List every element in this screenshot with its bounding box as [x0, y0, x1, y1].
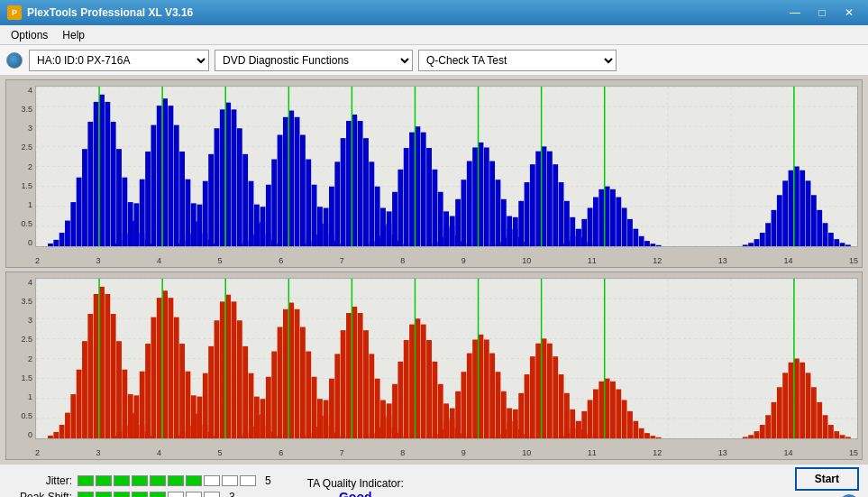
svg-rect-193 [610, 189, 616, 246]
svg-rect-351 [392, 384, 397, 438]
start-button[interactable]: Start [795, 467, 859, 491]
help-menu[interactable]: Help [55, 27, 92, 43]
ta-quality-section: TA Quality Indicator: Good [307, 477, 404, 498]
svg-rect-166 [507, 229, 513, 246]
top-chart-y-axis: 4 3.5 3 2.5 2 1.5 1 0.5 0 [6, 86, 35, 247]
ta-quality-value: Good [339, 490, 372, 498]
svg-rect-65 [186, 234, 191, 246]
window-title: PlexTools Professional XL V3.16 [27, 6, 193, 19]
metrics-container: Jitter: 5 Peak Shift: 3 [9, 474, 271, 498]
svg-rect-272 [145, 344, 151, 438]
svg-rect-368 [438, 429, 443, 438]
svg-rect-128 [392, 192, 397, 246]
svg-rect-389 [507, 421, 513, 438]
svg-rect-150 [467, 161, 472, 246]
svg-rect-357 [426, 340, 432, 438]
svg-rect-419 [627, 411, 633, 438]
function-select[interactable]: DVD Diagnostic Functions [215, 50, 413, 71]
svg-rect-314 [283, 309, 288, 438]
top-chart: 4 3.5 3 2.5 2 1.5 1 0.5 0 2 3 4 5 6 7 8 … [5, 79, 863, 268]
svg-rect-348 [375, 428, 380, 438]
svg-rect-298 [242, 346, 248, 438]
svg-rect-347 [370, 433, 375, 438]
svg-rect-169 [525, 182, 530, 246]
svg-rect-53 [168, 106, 173, 246]
svg-rect-275 [162, 290, 168, 438]
svg-rect-367 [433, 434, 438, 438]
svg-rect-129 [397, 170, 403, 246]
svg-rect-416 [610, 382, 616, 438]
svg-rect-33 [105, 102, 110, 246]
svg-rect-83 [237, 244, 242, 246]
jitter-segment-2 [114, 475, 130, 486]
svg-rect-396 [547, 344, 553, 438]
svg-rect-131 [409, 133, 415, 246]
title-bar-left: P PlexTools Professional XL V3.16 [7, 5, 193, 20]
svg-rect-220 [840, 243, 845, 246]
svg-rect-43 [111, 244, 116, 246]
options-menu[interactable]: Options [4, 27, 55, 43]
svg-rect-218 [828, 233, 834, 246]
svg-rect-415 [605, 379, 610, 438]
svg-rect-430 [765, 415, 771, 438]
svg-rect-152 [479, 143, 484, 246]
svg-rect-171 [535, 152, 541, 246]
svg-rect-442 [834, 431, 839, 438]
svg-rect-288 [186, 426, 191, 438]
svg-rect-32 [99, 95, 105, 246]
svg-rect-109 [334, 161, 340, 246]
svg-rect-115 [369, 161, 374, 246]
drive-select[interactable]: HA:0 ID:0 PX-716A [29, 50, 209, 71]
svg-rect-393 [530, 356, 535, 438]
svg-rect-24 [53, 240, 59, 246]
svg-rect-355 [415, 318, 420, 438]
svg-rect-407 [559, 436, 564, 438]
svg-rect-406 [553, 437, 559, 438]
svg-rect-63 [174, 244, 179, 246]
peak-shift-segment-4 [150, 492, 166, 498]
svg-rect-312 [271, 352, 277, 438]
svg-rect-418 [622, 400, 627, 438]
svg-rect-370 [450, 409, 455, 438]
close-button[interactable]: ✕ [837, 4, 861, 22]
svg-rect-354 [409, 325, 415, 438]
svg-rect-306 [237, 436, 242, 438]
svg-rect-278 [179, 344, 185, 438]
svg-rect-315 [288, 303, 294, 438]
svg-rect-258 [116, 341, 122, 438]
svg-rect-188 [581, 219, 587, 246]
maximize-button[interactable]: □ [810, 4, 834, 22]
svg-rect-387 [496, 434, 501, 438]
svg-rect-92 [288, 111, 294, 246]
svg-rect-433 [782, 373, 788, 438]
svg-rect-255 [99, 287, 105, 438]
svg-rect-106 [317, 224, 323, 246]
svg-rect-372 [461, 372, 467, 438]
svg-rect-170 [530, 164, 535, 246]
svg-rect-50 [151, 125, 156, 246]
svg-rect-307 [243, 433, 249, 438]
svg-rect-334 [346, 313, 352, 438]
svg-rect-111 [346, 121, 352, 246]
svg-rect-432 [777, 387, 782, 438]
svg-rect-84 [243, 241, 249, 246]
svg-rect-378 [496, 372, 501, 438]
svg-rect-397 [553, 356, 558, 438]
svg-rect-143 [426, 244, 432, 246]
test-select[interactable]: Q-Check TA Test [418, 50, 617, 71]
svg-rect-413 [593, 390, 598, 438]
svg-rect-266 [111, 436, 116, 438]
info-button[interactable]: i [839, 494, 859, 498]
svg-rect-440 [823, 415, 828, 438]
jitter-segment-1 [96, 475, 112, 486]
svg-rect-30 [87, 122, 93, 246]
svg-rect-66 [191, 222, 196, 246]
svg-rect-444 [845, 437, 851, 438]
svg-rect-411 [581, 411, 587, 438]
svg-rect-213 [799, 170, 805, 246]
minimize-button[interactable]: — [783, 4, 807, 22]
bottom-chart-svg [36, 279, 857, 438]
svg-rect-195 [622, 207, 627, 246]
svg-rect-426 [743, 437, 748, 438]
svg-rect-412 [588, 400, 593, 438]
